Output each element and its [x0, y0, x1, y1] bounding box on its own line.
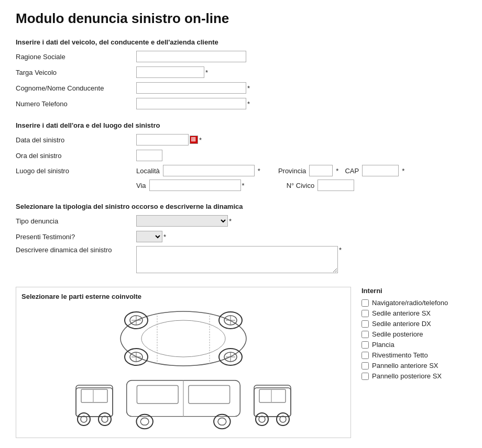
section1-title: Inserire i dati del veicolo, del conduce… [16, 38, 466, 46]
checkbox-plancia: Plancia [362, 341, 466, 349]
data-required-star: * [199, 136, 202, 144]
dinamica-label: Descrivere dinamica del sinistro [16, 246, 136, 254]
svg-point-38 [256, 413, 268, 425]
ora-sinistro-input[interactable] [136, 150, 162, 161]
via-row: Via * N° Civico [16, 180, 466, 191]
tipo-denuncia-label: Tipo denuncia [16, 217, 136, 225]
checkbox-pannello-post-sx-input[interactable] [362, 373, 369, 380]
calendar-icon[interactable] [190, 136, 198, 144]
checkbox-rivestimento: Rivestimento Tetto [362, 351, 466, 359]
cognome-nome-input[interactable] [136, 82, 246, 94]
car-section: Selezionare le parti esterne coinvolte [16, 287, 466, 438]
checkbox-plancia-label: Plancia [372, 341, 395, 349]
ora-sinistro-row: Ora del sinistro [16, 149, 466, 162]
svg-point-23 [81, 416, 87, 422]
car-left-svg [73, 375, 115, 432]
ora-sinistro-label: Ora del sinistro [16, 152, 136, 160]
checkbox-sedile-ant-dx-input[interactable] [362, 320, 369, 328]
cap-input[interactable] [362, 165, 399, 176]
section3-title: Selezionare la tipologia del sinistro oc… [16, 203, 466, 210]
checkbox-sedile-ant-sx-input[interactable] [362, 310, 369, 317]
svg-point-22 [78, 413, 90, 425]
via-label: Via [136, 182, 146, 189]
luogo-sinistro-row: Luogo del sinistro Località * Provincia … [16, 165, 466, 176]
svg-rect-26 [81, 389, 107, 402]
via-required-star: * [242, 182, 245, 189]
numero-telefono-row: Numero Telefono * [16, 97, 466, 110]
testimoni-row: Presenti Testimoni? Sì No * [16, 230, 466, 243]
checkbox-plancia-input[interactable] [362, 341, 369, 349]
car-right-svg [251, 375, 293, 432]
testimoni-required-star: * [163, 233, 166, 241]
tipo-denuncia-row: Tipo denuncia Tipo 1 Tipo 2 * [16, 215, 466, 227]
testimoni-select[interactable]: Sì No [136, 231, 162, 242]
localita-required-star: * [258, 167, 260, 175]
dinamica-required-star: * [339, 246, 342, 254]
ragione-sociale-input[interactable] [136, 51, 246, 62]
provincia-required-star: * [336, 167, 338, 175]
data-sinistro-input[interactable] [136, 134, 189, 145]
ncivico-input[interactable] [317, 180, 354, 191]
svg-point-35 [218, 418, 226, 425]
car-top-view-svg [73, 305, 293, 373]
svg-point-39 [259, 416, 265, 422]
ragione-sociale-label: Ragione Sociale [16, 53, 136, 61]
car-side-views [73, 375, 293, 432]
svg-point-24 [98, 413, 111, 425]
car-section-title: Selezionare le parti esterne coinvolte [21, 293, 345, 300]
svg-point-40 [277, 413, 289, 425]
checkbox-pannello-ant-sx-label: Pannello anteriore SX [372, 362, 438, 369]
provincia-input[interactable] [309, 165, 333, 176]
checkbox-navigatore: Navigatore/radio/telefono [362, 299, 466, 307]
checkbox-sedile-ant-dx-label: Sedile anteriore DX [372, 320, 431, 328]
targa-veicolo-input[interactable] [136, 66, 204, 78]
via-input[interactable] [149, 180, 241, 191]
localita-label: Località [136, 167, 160, 175]
interni-area: Interni Navigatore/radio/telefono Sedile… [362, 287, 466, 438]
checkbox-sedile-ant-sx-label: Sedile anteriore SX [372, 309, 431, 317]
svg-point-0 [120, 311, 246, 366]
checkbox-rivestimento-label: Rivestimento Tetto [372, 351, 428, 359]
checkbox-rivestimento-input[interactable] [362, 352, 369, 359]
interni-title: Interni [362, 287, 466, 295]
dinamica-textarea[interactable] [136, 246, 338, 273]
testimoni-label: Presenti Testimoni? [16, 233, 136, 241]
checkbox-navigatore-input[interactable] [362, 299, 369, 307]
checkbox-sedile-ant-sx: Sedile anteriore SX [362, 309, 466, 317]
car-front-svg [116, 375, 250, 432]
checkbox-sedile-ant-dx: Sedile anteriore DX [362, 320, 466, 328]
checkbox-sedile-post-input[interactable] [362, 331, 369, 338]
svg-point-25 [102, 416, 108, 422]
svg-point-34 [140, 418, 149, 425]
checkbox-sedile-post-label: Sedile posteriore [372, 330, 423, 338]
svg-rect-29 [137, 386, 178, 404]
cap-required-star: * [402, 167, 404, 175]
provincia-label: Provincia [278, 167, 306, 175]
luogo-sinistro-label: Luogo del sinistro [16, 167, 136, 175]
localita-input[interactable] [163, 165, 255, 176]
tipo-required-star: * [229, 217, 232, 225]
tipo-denuncia-select[interactable]: Tipo 1 Tipo 2 [136, 215, 228, 227]
svg-rect-42 [259, 389, 286, 402]
cognome-nome-label: Cognome/Nome Conducente [16, 84, 136, 92]
targa-required-star: * [205, 69, 208, 76]
svg-point-1 [141, 320, 225, 357]
checkbox-pannello-post-sx: Pannello posteriore SX [362, 372, 466, 380]
checkbox-pannello-ant-sx: Pannello anteriore SX [362, 362, 466, 369]
data-sinistro-label: Data del sinistro [16, 136, 136, 144]
numero-telefono-input[interactable] [136, 98, 246, 109]
section2-title: Inserire i dati dell'ora e del luogo del… [16, 121, 466, 129]
car-diagram-area: Selezionare le parti esterne coinvolte [16, 287, 351, 438]
ragione-sociale-row: Ragione Sociale [16, 50, 466, 63]
checkbox-pannello-post-sx-label: Pannello posteriore SX [372, 372, 442, 380]
checkbox-pannello-ant-sx-input[interactable] [362, 362, 369, 369]
luogo-fields: Località * Provincia * CAP * [136, 165, 404, 176]
targa-veicolo-row: Targa Veicolo * [16, 66, 466, 79]
car-svg-container [21, 305, 345, 432]
checkbox-sedile-post: Sedile posteriore [362, 330, 466, 338]
telefono-required-star: * [247, 100, 250, 108]
svg-rect-30 [189, 386, 230, 404]
cognome-required-star: * [247, 84, 250, 92]
cap-label: CAP [345, 167, 359, 175]
cognome-nome-row: Cognome/Nome Conducente * [16, 82, 466, 94]
